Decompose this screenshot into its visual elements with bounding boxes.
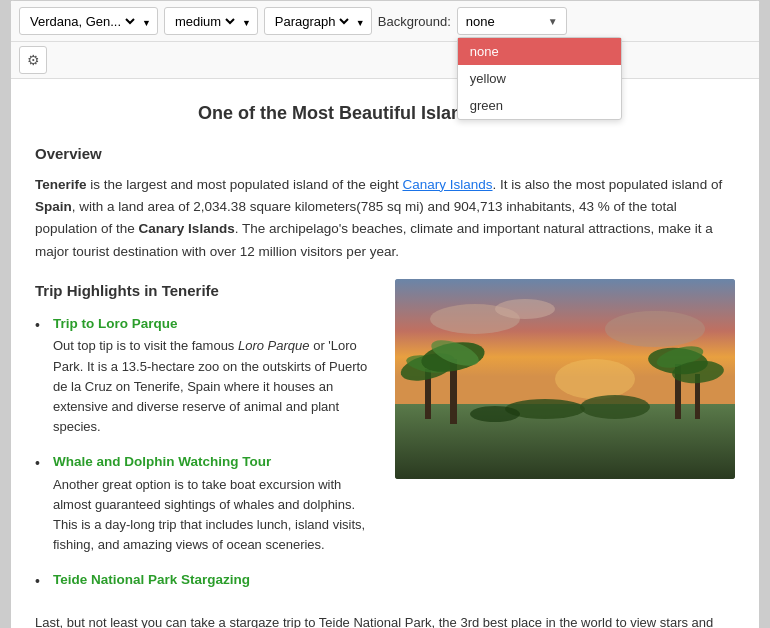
- background-dropdown-button[interactable]: none ▼: [457, 7, 567, 35]
- tenerife-bold: Tenerife: [35, 177, 87, 192]
- content-area: One of the Most Beautiful Islands on Ear…: [11, 79, 759, 628]
- size-chevron-icon: [242, 14, 251, 29]
- image-column: [395, 279, 735, 479]
- gear-button[interactable]: ⚙: [19, 46, 47, 74]
- main-title: One of the Most Beautiful Islands on Ear…: [35, 99, 735, 128]
- background-dropdown-menu: none yellow green: [457, 37, 622, 120]
- dropdown-option-yellow[interactable]: yellow: [458, 65, 621, 92]
- landscape-svg: [395, 279, 735, 479]
- bullet-icon: •: [35, 455, 40, 471]
- highlight-title-1: Trip to Loro Parque: [53, 313, 379, 335]
- svg-point-18: [580, 395, 650, 419]
- gear-icon: ⚙: [27, 52, 40, 68]
- bullet-icon: •: [35, 317, 40, 333]
- overview-heading: Overview: [35, 142, 735, 166]
- highlight-title-2: Whale and Dolphin Watching Tour: [53, 451, 379, 473]
- svg-point-19: [470, 406, 520, 422]
- font-chevron-icon: [142, 14, 151, 29]
- paragraph-selector[interactable]: Paragraph: [264, 7, 372, 35]
- editor-container: Verdana, Gen... medium Paragraph Backgro…: [10, 0, 760, 628]
- bullet-icon: •: [35, 573, 40, 589]
- highlights-heading: Trip Highlights in Tenerife: [35, 279, 379, 303]
- svg-point-5: [605, 311, 705, 347]
- para-chevron-icon: [356, 14, 365, 29]
- font-selector[interactable]: Verdana, Gen...: [19, 7, 158, 35]
- highlight-desc-2: Another great option is to take boat exc…: [53, 475, 379, 556]
- background-label: Background:: [378, 14, 451, 29]
- highlight-title-3: Teide National Park Stargazing: [53, 569, 250, 591]
- overview-text-1: is the largest and most populated island…: [87, 177, 403, 192]
- overview-paragraph: Tenerife is the largest and most populat…: [35, 174, 735, 263]
- highlights-left: Trip Highlights in Tenerife • Trip to Lo…: [35, 279, 379, 607]
- canary-bold: Canary Islands: [139, 221, 235, 236]
- paragraph-select-input[interactable]: Paragraph: [271, 13, 352, 30]
- highlights-section: Trip Highlights in Tenerife • Trip to Lo…: [35, 279, 735, 607]
- list-item: • Teide National Park Stargazing: [35, 569, 379, 593]
- canary-islands-link[interactable]: Canary Islands: [402, 177, 492, 192]
- background-dropdown-wrapper: none ▼ none yellow green: [457, 7, 567, 35]
- list-item: • Trip to Loro Parque Out top tip is to …: [35, 313, 379, 437]
- size-selector[interactable]: medium: [164, 7, 258, 35]
- size-select-input[interactable]: medium: [171, 13, 238, 30]
- footer-paragraph: Last, but not least you can take a starg…: [35, 613, 735, 628]
- background-selected-value: none: [466, 14, 495, 29]
- svg-point-2: [555, 359, 635, 399]
- tenerife-image: [395, 279, 735, 479]
- dropdown-option-none[interactable]: none: [458, 38, 621, 65]
- font-select-input[interactable]: Verdana, Gen...: [26, 13, 138, 30]
- toolbar: Verdana, Gen... medium Paragraph Backgro…: [11, 1, 759, 42]
- highlight-desc-1: Out top tip is to visit the famous Loro …: [53, 336, 379, 437]
- list-item: • Whale and Dolphin Watching Tour Anothe…: [35, 451, 379, 555]
- svg-point-4: [495, 299, 555, 319]
- background-chevron-icon: ▼: [548, 16, 558, 27]
- dropdown-option-green[interactable]: green: [458, 92, 621, 119]
- overview-text-2: . It is also the most populated island o…: [493, 177, 723, 192]
- spain-bold: Spain: [35, 199, 72, 214]
